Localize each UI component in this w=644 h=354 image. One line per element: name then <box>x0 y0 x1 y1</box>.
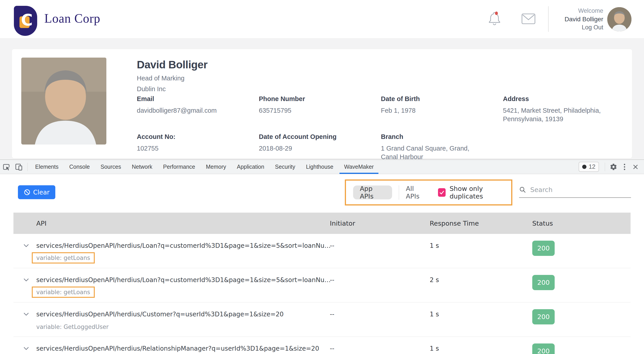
field-address: Address 5421, Market Street, Philadelphi… <box>503 95 625 123</box>
devtools-tabs: ElementsConsoleSourcesNetworkPerformance… <box>30 160 379 174</box>
tab-app-apis[interactable]: App APIs <box>353 186 392 199</box>
devtools-tab-elements[interactable]: Elements <box>30 160 64 174</box>
api-table-header: API Initiator Response Time Status <box>14 213 630 234</box>
response-time-cell: 2 s <box>430 268 532 302</box>
variable-label-annotated: variable: getLoans <box>32 286 95 298</box>
api-table-body: services/HerdiusOpenAPI/herdius/Loan?q=c… <box>14 234 630 354</box>
search-icon <box>519 186 526 193</box>
api-table: API Initiator Response Time Status servi… <box>14 213 630 354</box>
devtools-tab-sources[interactable]: Sources <box>95 160 126 174</box>
show-duplicates-label: Show only duplicates <box>450 185 511 200</box>
column-header-initiator: Initiator <box>330 220 430 227</box>
field-phone: Phone Number 635715795 <box>259 95 381 123</box>
clear-block-icon <box>24 189 30 196</box>
initiator-cell: -- <box>330 234 430 268</box>
device-toolbar-icon[interactable] <box>12 160 25 174</box>
loancorp-logo-icon: C <box>14 6 37 36</box>
field-email: Email davidbolliger87@gmail.com <box>137 95 259 123</box>
api-url: services/HerdiusOpenAPI/herdius/Loan?q=c… <box>36 242 331 249</box>
inspect-element-icon[interactable] <box>0 160 12 174</box>
devtools-tab-application[interactable]: Application <box>232 160 270 174</box>
welcome-text: Welcome <box>564 7 603 15</box>
devtools-tab-network[interactable]: Network <box>126 160 158 174</box>
status-cell: 200 <box>532 234 630 268</box>
logout-link[interactable]: Log Out <box>564 23 603 32</box>
header-divider <box>548 6 548 32</box>
search-input[interactable] <box>530 186 631 194</box>
api-url: services/HerdiusOpenAPI/herdius/Loan?q=c… <box>36 276 331 284</box>
expand-chevron-icon[interactable] <box>23 278 29 282</box>
profile-title: Head of Marking <box>137 75 184 82</box>
devtools-tab-memory[interactable]: Memory <box>200 160 231 174</box>
variable-label: variable: GetLoggedUser <box>36 323 108 330</box>
api-table-row: services/HerdiusOpenAPI/herdius/Relation… <box>14 337 630 354</box>
column-header-response-time: Response Time <box>430 220 532 227</box>
initiator-cell: -- <box>330 302 430 336</box>
issues-count: 12 <box>589 163 596 170</box>
api-table-row: services/HerdiusOpenAPI/herdius/Loan?q=c… <box>14 234 630 268</box>
notifications-bell-icon[interactable] <box>488 11 501 27</box>
response-time-cell: 1 s <box>430 337 532 354</box>
field-branch: Branch 1 Grand Canal Square, Grand, Cana… <box>381 133 503 161</box>
clear-button[interactable]: Clear <box>18 185 55 199</box>
devtools-toolbar-right: 12 <box>578 160 644 174</box>
more-options-kebab-icon[interactable] <box>620 164 629 170</box>
filter-controls-annotation-box: App APIs All APIs Show only duplicates <box>345 179 512 205</box>
initiator-cell: -- <box>330 337 430 354</box>
app-header: C Loan Corp Welcome David Bolliger Log O… <box>0 0 644 39</box>
initiator-cell: -- <box>330 268 430 302</box>
expand-chevron-icon[interactable] <box>23 346 29 351</box>
field-dob: Date of Birth Feb 1, 1978 <box>381 95 503 123</box>
api-cell: services/HerdiusOpenAPI/herdius/Customer… <box>14 302 330 336</box>
issues-badge[interactable]: 12 <box>578 162 599 172</box>
checkmark-icon <box>439 190 445 195</box>
toolbar-divider <box>27 163 28 171</box>
tab-all-apis[interactable]: All APIs <box>406 185 427 200</box>
devtools-tab-performance[interactable]: Performance <box>158 160 200 174</box>
response-time-cell: 1 s <box>430 302 532 336</box>
welcome-block: Welcome David Bolliger Log Out <box>564 7 603 32</box>
field-account-no: Account No: 102755 <box>137 133 259 161</box>
variable-label-annotated: variable: getLoans <box>32 252 95 263</box>
profile-name: David Bolliger <box>137 59 208 71</box>
status-badge: 200 <box>532 241 555 256</box>
api-table-row: services/HerdiusOpenAPI/herdius/Loan?q=c… <box>14 268 630 302</box>
devtools-tab-lighthouse[interactable]: Lighthouse <box>300 160 338 174</box>
column-header-api: API <box>14 220 330 227</box>
api-cell: services/HerdiusOpenAPI/herdius/Relation… <box>14 337 330 354</box>
expand-chevron-icon[interactable] <box>23 244 29 248</box>
show-duplicates-checkbox[interactable] <box>438 188 446 197</box>
settings-gear-icon[interactable] <box>607 163 620 171</box>
field-account-opening: Date of Account Opening 2018-08-29 <box>259 133 381 161</box>
expand-chevron-icon[interactable] <box>23 312 29 317</box>
profile-company: Dublin Inc <box>137 85 166 93</box>
devtools-tab-wavemaker[interactable]: WaveMaker <box>339 160 379 174</box>
status-cell: 200 <box>532 337 630 354</box>
api-cell: services/HerdiusOpenAPI/herdius/Loan?q=c… <box>14 268 330 302</box>
response-time-cell: 1 s <box>430 234 532 268</box>
status-cell: 200 <box>532 302 630 336</box>
api-url: services/HerdiusOpenAPI/herdius/Relation… <box>36 345 319 352</box>
status-badge: 200 <box>532 309 555 324</box>
customer-profile-card: David Bolliger Head of Marking Dublin In… <box>12 49 632 158</box>
api-table-row: services/HerdiusOpenAPI/herdius/Customer… <box>14 302 630 337</box>
devtools-toolbar: ElementsConsoleSourcesNetworkPerformance… <box>0 160 644 174</box>
status-badge: 200 <box>532 343 555 354</box>
api-cell: services/HerdiusOpenAPI/herdius/Loan?q=c… <box>14 234 330 268</box>
api-url: services/HerdiusOpenAPI/herdius/Customer… <box>36 310 284 318</box>
search-field[interactable] <box>519 186 631 198</box>
status-badge: 200 <box>532 275 555 290</box>
devtools-tab-console[interactable]: Console <box>64 160 95 174</box>
profile-fields: Email davidbolliger87@gmail.com Phone Nu… <box>137 95 625 161</box>
close-devtools-icon[interactable] <box>629 164 642 170</box>
devtools-tab-security[interactable]: Security <box>270 160 300 174</box>
column-header-status: Status <box>532 220 630 227</box>
messages-envelope-icon[interactable] <box>521 13 536 25</box>
profile-photo <box>21 58 106 145</box>
brand-name: Loan Corp <box>44 11 100 26</box>
header-user-name: David Bolliger <box>564 15 603 23</box>
user-avatar[interactable] <box>607 7 632 31</box>
status-cell: 200 <box>532 268 630 302</box>
issues-dot-icon <box>582 165 586 169</box>
devtools-panel: ElementsConsoleSourcesNetworkPerformance… <box>0 160 644 354</box>
